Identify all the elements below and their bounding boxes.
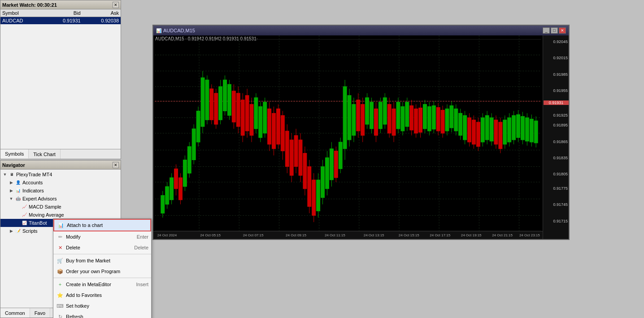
ctx-item-delete[interactable]: ✕ Delete Delete [53, 242, 151, 253]
svg-rect-40 [196, 111, 200, 142]
svg-rect-98 [325, 158, 329, 189]
nav-item-indicators[interactable]: ▶ 📊 Indicators [0, 187, 121, 195]
ctx-label-delete: Delete [66, 245, 80, 250]
nav-label-macd: MACD Sample [29, 204, 61, 209]
ctx-label-meta: Create in MetaEditor [66, 282, 111, 287]
svg-rect-74 [272, 113, 276, 148]
svg-rect-80 [285, 131, 289, 166]
market-watch-title: Market Watch: 00:30:21 [2, 2, 57, 8]
ctx-item-order-program[interactable]: 📦 Order your own Program [53, 266, 151, 277]
ctx-item-add-favorites[interactable]: ⭐ Add to Favorites [53, 290, 151, 301]
expand-icon-scripts: ▶ [9, 228, 14, 234]
nav-label-root: PlexyTrade MT4 [16, 172, 52, 177]
tab-symbols[interactable]: Symbols [0, 149, 29, 159]
chart-body[interactable]: AUDCAD,M15 · 0.91942 0.91942 0.91931 0.9… [153, 35, 569, 239]
chart-close-button[interactable]: ✕ [559, 27, 566, 34]
table-row[interactable]: AUDCAD 0.91931 0.92038 [0, 17, 121, 25]
expand-icon-accounts: ▶ [9, 180, 14, 185]
svg-rect-110 [352, 105, 356, 135]
computer-icon: 🖥 [8, 171, 15, 178]
market-watch-close-button[interactable]: ✕ [113, 2, 119, 8]
nav-tab-favo[interactable]: Favo [30, 308, 50, 318]
fav-icon: ⭐ [56, 291, 64, 299]
svg-rect-174 [494, 120, 498, 144]
meta-icon: + [56, 280, 64, 288]
tab-tick-chart[interactable]: Tick Chart [29, 149, 61, 159]
svg-rect-178 [503, 120, 507, 144]
svg-rect-190 [530, 119, 533, 142]
chart-minimize-button[interactable]: _ [543, 27, 550, 34]
ctx-item-set-hotkey[interactable]: ⌨ Set hotkey [53, 301, 151, 311]
svg-rect-164 [472, 120, 475, 144]
svg-rect-24 [161, 196, 165, 213]
svg-rect-160 [463, 115, 467, 140]
nav-tab-common[interactable]: Common [0, 308, 30, 318]
chart-icon: 📊 [57, 221, 65, 229]
svg-rect-192 [534, 121, 538, 143]
chart-maximize-button[interactable]: □ [551, 27, 558, 34]
hotkey-icon: ⌨ [56, 302, 64, 310]
time-label: 24 Oct 09:15 [286, 233, 306, 237]
svg-rect-102 [334, 151, 338, 178]
svg-rect-104 [339, 142, 342, 169]
svg-rect-126 [387, 105, 391, 133]
expand-icon-root: ▼ [2, 172, 8, 177]
svg-rect-118 [370, 102, 374, 129]
svg-rect-48 [214, 93, 218, 124]
svg-rect-52 [223, 80, 227, 111]
scripts-icon: 📝 [14, 227, 22, 235]
nav-item-macd[interactable]: ▶ 📈 MACD Sample [0, 203, 121, 211]
nav-item-root[interactable]: ▼ 🖥 PlexyTrade MT4 [0, 170, 121, 179]
ctx-item-refresh[interactable]: ↻ Refresh [53, 311, 151, 318]
svg-rect-158 [459, 113, 462, 135]
svg-rect-92 [312, 180, 316, 215]
nav-label-titanbot: TitanBot [29, 220, 47, 226]
nav-label-accounts: Accounts [22, 180, 43, 185]
svg-rect-152 [445, 109, 449, 131]
order-icon: 📦 [56, 267, 64, 275]
svg-rect-128 [392, 109, 396, 135]
chart-titlebar-text: 📊 AUDCAD,M15 [156, 28, 195, 33]
svg-rect-116 [366, 98, 369, 124]
market-watch-titlebar: Market Watch: 00:30:21 ✕ [0, 0, 121, 9]
chart-svg [153, 35, 543, 231]
time-label: 24 Oct 07:15 [243, 233, 264, 237]
svg-rect-106 [343, 87, 347, 149]
price-label: 0.92015 [553, 56, 568, 60]
svg-rect-186 [521, 116, 524, 140]
ctx-item-buy-market[interactable]: 🛒 Buy from the Market [53, 255, 151, 266]
svg-rect-54 [227, 84, 231, 115]
ctx-shortcut-meta: Insert [136, 282, 148, 287]
svg-rect-132 [401, 107, 405, 131]
nav-item-moving-average[interactable]: ▶ 📈 Moving Average [0, 211, 121, 219]
svg-rect-66 [254, 98, 258, 129]
time-label: 24 Oct 17:15 [430, 233, 450, 237]
price-label: 0.91925 [553, 113, 568, 118]
nav-label-ma: Moving Average [29, 212, 64, 218]
navigator-close-button[interactable]: ✕ [113, 162, 119, 168]
titan-icon: 📈 [21, 219, 28, 227]
svg-rect-96 [321, 166, 325, 197]
nav-item-expert-advisors[interactable]: ▼ 🤖 Expert Advisors [0, 195, 121, 203]
ask-cell: 0.92038 [83, 17, 121, 25]
ctx-item-modify[interactable]: ✏ Modify Enter [53, 231, 151, 242]
ctx-item-attach-chart[interactable]: 📊 Attach to a chart [53, 219, 151, 231]
navigator-title: Navigator [2, 162, 25, 168]
ctx-label-hotkey: Set hotkey [66, 303, 89, 309]
svg-rect-58 [236, 93, 240, 126]
market-watch-tabs: Symbols Tick Chart [0, 149, 121, 159]
svg-rect-68 [259, 107, 262, 138]
market-watch-panel: Market Watch: 00:30:21 ✕ Symbol Bid Ask … [0, 0, 121, 159]
svg-rect-108 [348, 96, 351, 140]
svg-rect-168 [481, 118, 484, 142]
svg-rect-112 [357, 100, 360, 131]
svg-rect-140 [419, 108, 422, 133]
ctx-item-create-meta[interactable]: + Create in MetaEditor Insert [53, 279, 151, 290]
svg-rect-100 [330, 149, 333, 180]
price-label: 0.91745 [553, 202, 568, 207]
nav-item-accounts[interactable]: ▶ 👤 Accounts [0, 179, 121, 187]
price-label: 0.92045 [553, 39, 568, 44]
svg-rect-28 [170, 178, 174, 200]
price-label: 0.91865 [553, 139, 568, 144]
svg-rect-134 [405, 102, 409, 126]
